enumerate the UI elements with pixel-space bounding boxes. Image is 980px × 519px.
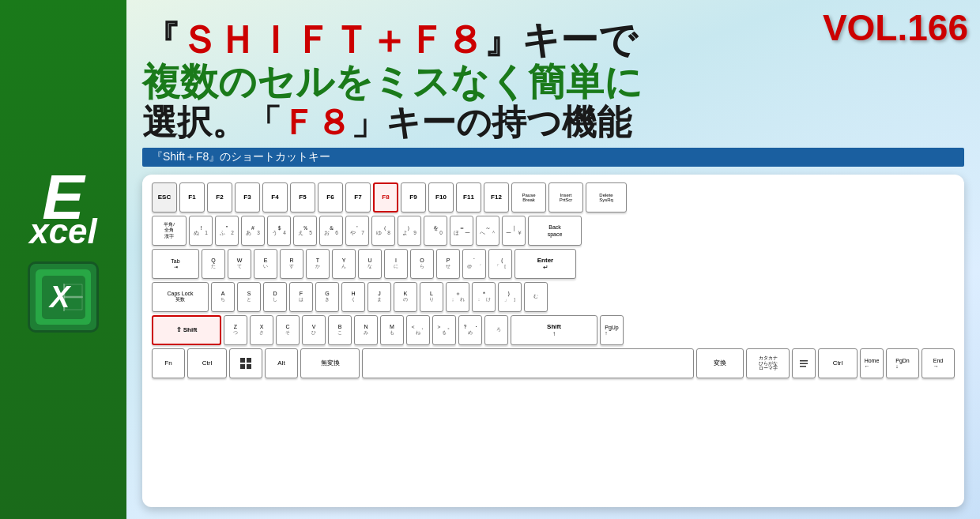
key-backspace[interactable]: Backspace xyxy=(528,216,582,246)
key-ctrl-right[interactable]: Ctrl xyxy=(818,348,858,378)
key-s[interactable]: Sと xyxy=(237,282,261,312)
key-k[interactable]: Kの xyxy=(394,282,417,312)
title-f8: Ｆ８ xyxy=(281,103,351,141)
key-tab[interactable]: Tab ⇥ xyxy=(152,249,199,279)
key-minus[interactable]: ＝ ほ ー xyxy=(450,216,473,246)
key-shift-left[interactable]: ⇧ Shift xyxy=(152,315,221,345)
svg-rect-12 xyxy=(800,366,806,367)
key-y[interactable]: Yん xyxy=(332,249,356,279)
key-m[interactable]: Mも xyxy=(380,315,404,345)
key-4[interactable]: ＄ う 4 xyxy=(267,216,291,246)
key-pgdn[interactable]: PgDn↓ xyxy=(886,348,919,378)
key-esc[interactable]: ESC xyxy=(152,182,177,212)
key-muhenkan[interactable]: 無変換 xyxy=(300,348,360,378)
vol-badge: VOL.166 xyxy=(823,6,968,49)
key-a[interactable]: Aち xyxy=(211,282,235,312)
key-period[interactable]: ＞ 。 る xyxy=(432,315,456,345)
key-f4[interactable]: F4 xyxy=(262,182,288,212)
key-f2[interactable]: F2 xyxy=(207,182,232,212)
key-ctrl-left[interactable]: Ctrl xyxy=(187,348,227,378)
key-7[interactable]: ' や 7 xyxy=(345,216,369,246)
key-f9[interactable]: F9 xyxy=(401,182,426,212)
kb-row-1: ESC F1 F2 F3 F4 F5 F6 F7 F8 F9 F10 F11 F… xyxy=(152,182,955,212)
key-i[interactable]: Iに xyxy=(384,249,408,279)
key-alt-left[interactable]: Alt xyxy=(265,348,298,378)
key-hankaku[interactable]: 半角/全角漢字 xyxy=(152,216,187,246)
key-semicolon[interactable]: ＋ ； れ xyxy=(446,282,469,312)
key-e[interactable]: Eい xyxy=(254,249,277,279)
key-8[interactable]: （ ゆ 8 xyxy=(371,216,395,246)
key-pgup[interactable]: PgUp↑ xyxy=(600,315,624,345)
key-space[interactable] xyxy=(362,348,694,378)
key-h[interactable]: Hく xyxy=(341,282,365,312)
kb-row-6: Fn Ctrl Alt 無変換 変換 カタカナひらがなローマ字 xyxy=(152,348,955,378)
title-line3-post: 」キーの持つ機能 xyxy=(351,103,631,141)
main-container: E xcel X VOL.166 『ＳＨ xyxy=(0,0,980,519)
key-pause-break[interactable]: PauseBreak xyxy=(511,182,546,212)
key-home[interactable]: Home← xyxy=(860,348,884,378)
key-bracket-l[interactable]: ｛ 「 [ xyxy=(488,249,512,279)
key-j[interactable]: Jま xyxy=(368,282,391,312)
key-henkan[interactable]: 変換 xyxy=(696,348,744,378)
key-v[interactable]: Vひ xyxy=(302,315,326,345)
key-fn[interactable]: Fn xyxy=(152,348,185,378)
svg-rect-7 xyxy=(247,358,251,363)
key-g[interactable]: Gき xyxy=(315,282,339,312)
keyboard-wrapper: ESC F1 F2 F3 F4 F5 F6 F7 F8 F9 F10 F11 F… xyxy=(142,175,964,507)
key-r[interactable]: Rす xyxy=(280,249,303,279)
key-comma[interactable]: ＜ 、 ね xyxy=(406,315,430,345)
key-mu[interactable]: む xyxy=(524,282,548,312)
key-caps-lock[interactable]: Caps Lock 英数 xyxy=(152,282,209,312)
key-delete-sysrq[interactable]: DeleteSysRq xyxy=(586,182,627,212)
key-caret[interactable]: ～ へ ＾ xyxy=(476,216,499,246)
key-yen[interactable]: ｜ ー ￥ xyxy=(502,216,526,246)
key-1[interactable]: ！ ぬ 1 xyxy=(189,216,213,246)
key-f5[interactable]: F5 xyxy=(290,182,315,212)
key-6[interactable]: ＆ お 6 xyxy=(319,216,343,246)
key-slash[interactable]: ？ ・ め xyxy=(458,315,482,345)
key-o[interactable]: Oら xyxy=(410,249,434,279)
key-f11[interactable]: F11 xyxy=(456,182,481,212)
key-katakana[interactable]: カタカナひらがなローマ字 xyxy=(746,348,790,378)
excel-svg-icon: X xyxy=(42,276,85,319)
key-q[interactable]: Qた xyxy=(202,249,225,279)
key-shift-right[interactable]: Shift ↑ xyxy=(511,315,597,345)
windows-icon xyxy=(240,358,251,369)
key-9[interactable]: ） よ 9 xyxy=(398,216,421,246)
key-end[interactable]: End→ xyxy=(922,348,955,378)
key-at[interactable]: ` @ ゛ xyxy=(462,249,486,279)
key-u[interactable]: Uな xyxy=(358,249,382,279)
key-f12[interactable]: F12 xyxy=(484,182,509,212)
key-f3[interactable]: F3 xyxy=(235,182,260,212)
key-f1[interactable]: F1 xyxy=(179,182,205,212)
key-f7[interactable]: F7 xyxy=(345,182,371,212)
key-3[interactable]: # あ 3 xyxy=(241,216,265,246)
key-f[interactable]: Fは xyxy=(289,282,313,312)
key-f6[interactable]: F6 xyxy=(318,182,343,212)
key-colon[interactable]: ＊ ： け xyxy=(472,282,496,312)
key-5[interactable]: ％ え 5 xyxy=(293,216,317,246)
kb-row-5: ⇧ Shift Zつ Xさ Cそ Vひ Bこ Nみ Mも ＜ 、 ね ＞ 。 る xyxy=(152,315,955,345)
key-t[interactable]: Tか xyxy=(306,249,330,279)
key-f10[interactable]: F10 xyxy=(428,182,454,212)
key-enter[interactable]: Enter ↵ xyxy=(514,249,576,279)
key-f8[interactable]: F8 xyxy=(373,182,398,212)
key-p[interactable]: Pせ xyxy=(436,249,460,279)
key-n[interactable]: Nみ xyxy=(354,315,378,345)
key-l[interactable]: Lり xyxy=(420,282,443,312)
key-0[interactable]: を 0 xyxy=(424,216,447,246)
key-2[interactable]: " ふ 2 xyxy=(215,216,239,246)
key-bracket-r[interactable]: ｝ 」 ] xyxy=(498,282,522,312)
svg-rect-8 xyxy=(240,364,245,369)
key-icon-key[interactable] xyxy=(792,348,816,378)
key-b[interactable]: Bこ xyxy=(328,315,352,345)
key-insert-prtscr[interactable]: InsertPrtScr xyxy=(548,182,583,212)
title-line3: 選択。「Ｆ８」キーの持つ機能 xyxy=(142,103,964,141)
key-x[interactable]: Xさ xyxy=(250,315,273,345)
key-z[interactable]: Zつ xyxy=(224,315,247,345)
key-win[interactable] xyxy=(229,348,262,378)
key-w[interactable]: Wて xyxy=(228,249,251,279)
key-d[interactable]: Dし xyxy=(263,282,287,312)
key-ro[interactable]: ろ xyxy=(484,315,508,345)
key-c[interactable]: Cそ xyxy=(276,315,300,345)
